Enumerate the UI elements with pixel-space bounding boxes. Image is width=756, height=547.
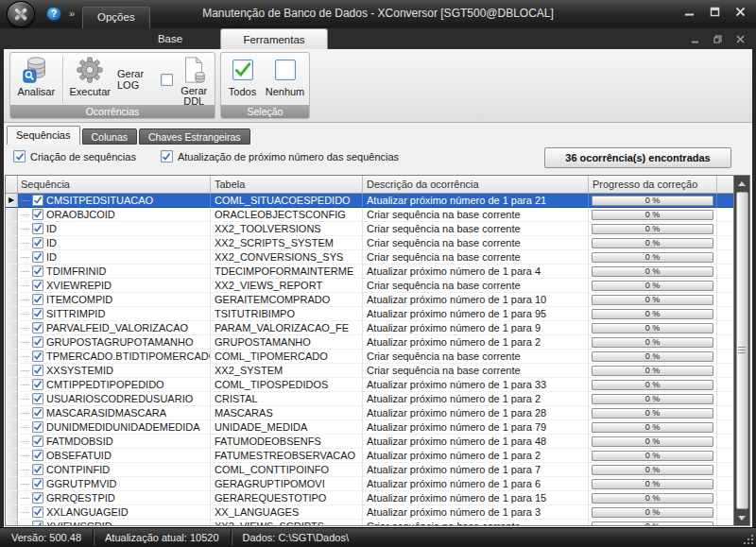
- row-indicator-cell: [6, 491, 18, 505]
- row-checkbox[interactable]: [32, 223, 43, 234]
- table-row[interactable]: IDXX2_TOOLVERSIONSCriar sequência na bas…: [6, 222, 733, 236]
- row-checkbox[interactable]: [32, 407, 43, 419]
- table-row[interactable]: DUNIDMEDIDUNIDADEMEDIDAUNIDADE_MEDIDAAtu…: [6, 420, 733, 435]
- gerar-ddl-label: Gerar DDL: [173, 86, 215, 107]
- row-checkbox[interactable]: [32, 308, 43, 319]
- table-row[interactable]: ▶CMSITPEDSITUACAOCOML_SITUACOESPEDIDOAtu…: [6, 194, 733, 208]
- table-row[interactable]: TPMERCADO.BTIDTIPOMERCADOCOML_TIPOMERCAD…: [6, 350, 733, 364]
- nenhum-button[interactable]: Nenhum: [264, 53, 306, 106]
- table-row[interactable]: ITEMCOMPIDGERAITEMCOMPRADOAtualizar próx…: [6, 293, 733, 307]
- app-menu-button[interactable]: [7, 1, 35, 27]
- progress-bar: 0 %: [592, 493, 713, 504]
- tab-sequencias[interactable]: Sequências: [7, 126, 80, 145]
- description-cell: Atualizar próximo número de 1 para 79: [363, 420, 589, 435]
- atualizacao-numero-option[interactable]: Atualização de próximo número das sequên…: [161, 150, 399, 162]
- row-checkbox[interactable]: [32, 464, 43, 475]
- progress-bar: 0 %: [592, 394, 713, 404]
- table-name-cell: UNIDADE_MEDIDA: [211, 420, 363, 435]
- table-row[interactable]: XVIEWSCRIDXX2_VIEWS_SCRIPTSCriar sequênc…: [6, 520, 733, 525]
- progress-bar: 0 %: [592, 238, 713, 248]
- options-menu[interactable]: Opções: [82, 7, 150, 28]
- scroll-down-icon[interactable]: [734, 510, 750, 525]
- row-checkbox[interactable]: [32, 209, 43, 220]
- table-row[interactable]: GRRQESTPIDGERAREQUESTOTIPOAtualizar próx…: [6, 491, 733, 505]
- table-row[interactable]: GGRUTPMVIDGERAGRUPTIPOMOVIAtualizar próx…: [6, 477, 733, 491]
- column-header-sequencia[interactable]: Sequência: [18, 176, 211, 194]
- minimize-icon[interactable]: [680, 3, 697, 20]
- row-checkbox[interactable]: [32, 280, 43, 291]
- row-checkbox[interactable]: [32, 336, 43, 348]
- table-row[interactable]: ORAOBJCOIDORACLEOBJECTSCONFIGCriar sequê…: [6, 208, 733, 222]
- progress-bar: 0 %: [592, 422, 713, 433]
- mdi-close-icon[interactable]: [733, 32, 747, 45]
- toolbar-overflow-icon[interactable]: »: [69, 8, 75, 19]
- table-row[interactable]: XVIEWREPIDXX2_VIEWS_REPORTCriar sequênci…: [6, 279, 733, 293]
- row-checkbox[interactable]: [32, 450, 43, 461]
- todos-button[interactable]: Todos: [221, 53, 264, 106]
- table-row[interactable]: TDIMFRINIDTDECIMPOFORMAINTERMEAtualizar …: [6, 265, 733, 279]
- column-header-progresso[interactable]: Progresso da correção: [589, 176, 717, 194]
- table-row[interactable]: IDXX2_SCRIPTS_SYSTEMCriar sequência na b…: [6, 236, 733, 250]
- progress-cell: 0 %: [589, 435, 717, 449]
- table-row[interactable]: XXLANGUAGEIDXX_LANGUAGESAtualizar próxim…: [6, 505, 733, 520]
- gerar-ddl-button[interactable]: Gerar DDL: [173, 53, 215, 106]
- table-row[interactable]: GRUPOSTAGRUPOTAMANHOGRUPOSTAMANHOAtualiz…: [6, 335, 733, 350]
- table-row[interactable]: CMTIPPEDTIPOPEDIDOCOML_TIPOSPEDIDOSAtual…: [6, 378, 733, 392]
- row-checkbox[interactable]: [32, 237, 43, 248]
- executar-button[interactable]: Executar: [62, 53, 116, 106]
- table-row[interactable]: FATMDOBSIDFATUMODEOBSENFSAtualizar próxi…: [6, 435, 733, 449]
- occurrences-found-button[interactable]: 36 ocorrência(s) encontradas: [544, 147, 731, 168]
- row-checkbox[interactable]: [32, 294, 43, 305]
- ribbon-tab-base[interactable]: Base: [125, 28, 215, 49]
- row-checkbox[interactable]: [32, 393, 43, 404]
- mdi-restore-icon[interactable]: [711, 32, 724, 45]
- maximize-icon[interactable]: [706, 3, 723, 20]
- table-row[interactable]: CONTPINFIDCOML_CONTTIPOINFOAtualizar pró…: [6, 463, 733, 477]
- ribbon: Analisar: [4, 49, 752, 123]
- tab-chaves-estrangeiras[interactable]: Chaves Estrangeiras: [139, 128, 249, 145]
- row-checkbox[interactable]: [32, 365, 43, 376]
- mdi-minimize-icon[interactable]: [688, 32, 701, 45]
- tab-colunas[interactable]: Colunas: [82, 128, 138, 145]
- row-filler: [717, 265, 733, 279]
- scrollbar-thumb[interactable]: [736, 192, 748, 509]
- column-header-descricao[interactable]: Descrição da ocorrência: [363, 176, 589, 194]
- row-checkbox[interactable]: [32, 421, 43, 433]
- atualizacao-numero-checkbox[interactable]: [161, 150, 173, 162]
- row-filler: [717, 491, 733, 505]
- help-icon[interactable]: ?: [46, 7, 61, 21]
- column-header-tabela[interactable]: Tabela: [211, 176, 363, 194]
- table-row[interactable]: IDXX2_CONVERSIONS_SYSCriar sequência na …: [6, 250, 733, 265]
- criacao-sequencias-checkbox[interactable]: [13, 150, 26, 162]
- row-filler: [717, 350, 733, 364]
- resize-grip[interactable]: [742, 533, 753, 544]
- scroll-up-icon[interactable]: [734, 176, 750, 191]
- description-cell: Atualizar próximo número de 1 para 2: [363, 335, 589, 350]
- close-icon[interactable]: [731, 3, 748, 20]
- row-checkbox[interactable]: [32, 251, 43, 263]
- table-row[interactable]: SITTRIMPIDTSITUTRIBIMPOAtualizar próximo…: [6, 307, 733, 321]
- row-checkbox[interactable]: [32, 478, 43, 489]
- row-checkbox[interactable]: [32, 492, 43, 504]
- table-row[interactable]: MASCARASIDMASCARAMASCARASAtualizar próxi…: [6, 406, 733, 420]
- table-row[interactable]: OBSEFATUIDFATUMESTREOBSERVACAOAtualizar …: [6, 449, 733, 463]
- tree-line-icon: [21, 200, 29, 201]
- row-checkbox[interactable]: [32, 379, 43, 390]
- row-checkbox[interactable]: [32, 521, 43, 525]
- analisar-button[interactable]: Analisar: [10, 53, 62, 106]
- table-row[interactable]: XXSYSTEMIDXX2_SYSTEMCriar sequência na b…: [6, 364, 733, 378]
- row-indicator-cell: [6, 321, 18, 335]
- criacao-sequencias-option[interactable]: Criação de sequências: [13, 150, 136, 162]
- table-row[interactable]: USUARIOSCODREDUSUARIOCRISTALAtualizar pr…: [6, 392, 733, 406]
- row-checkbox[interactable]: [32, 350, 43, 362]
- row-checkbox[interactable]: [32, 322, 43, 333]
- gerar-log-checkbox[interactable]: [161, 74, 173, 86]
- gerar-log-option[interactable]: Gerar LOG: [117, 53, 173, 106]
- row-checkbox[interactable]: [32, 506, 43, 518]
- table-row[interactable]: PARVALFEID_VALORIZACAOPARAM_VALORIZACAO_…: [6, 321, 733, 335]
- vertical-scrollbar[interactable]: [733, 176, 749, 525]
- row-checkbox[interactable]: [32, 195, 43, 206]
- row-checkbox[interactable]: [32, 436, 43, 447]
- ribbon-tab-ferramentas[interactable]: Ferramentas: [220, 28, 328, 49]
- row-checkbox[interactable]: [32, 265, 43, 277]
